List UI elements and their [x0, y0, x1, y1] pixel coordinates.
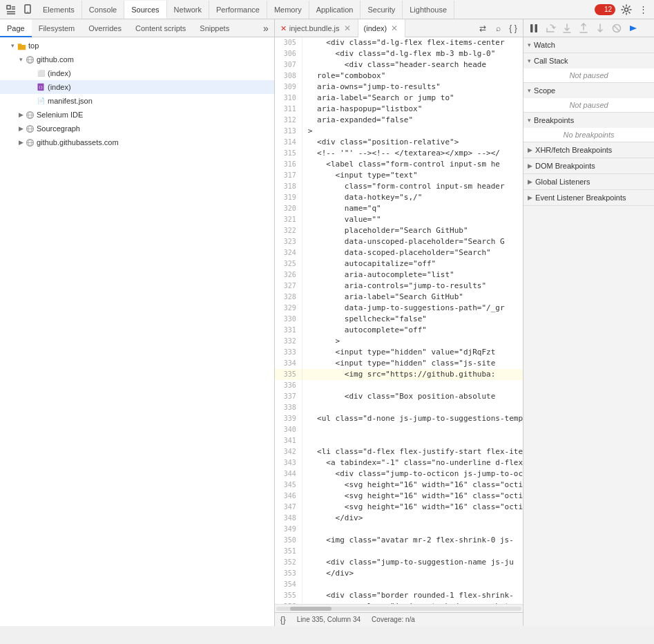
- tab-network[interactable]: Network: [167, 1, 209, 19]
- line-content[interactable]: aria-owns="jump-to-results": [302, 82, 441, 93]
- line-content[interactable]: data-jump-to-suggestions-path="/_gr: [302, 303, 505, 314]
- search-in-file-button[interactable]: ⌕: [491, 21, 505, 35]
- pause-resume-button[interactable]: [526, 21, 541, 36]
- line-content[interactable]: <img class="avatar mr-2 flex-shrink-0 js…: [302, 535, 514, 546]
- line-content[interactable]: <input type="hidden" value="djRqFzt: [302, 347, 496, 358]
- line-content[interactable]: aria-label="Search or jump to": [302, 93, 454, 104]
- step-into-button[interactable]: [559, 21, 575, 36]
- line-content[interactable]: <img src="https://github.githuba:: [302, 369, 496, 380]
- line-content[interactable]: placeholder="Search GitHub": [302, 225, 468, 236]
- tree-item-github-assets[interactable]: ▶ github.githubassets.com: [0, 135, 274, 149]
- watch-section-header[interactable]: ▾ Watch: [523, 37, 654, 53]
- tree-item-index-1[interactable]: ⬜ (index): [0, 66, 274, 80]
- line-content[interactable]: <label class="form-control input-sm he: [302, 159, 500, 170]
- editor-tab-index[interactable]: (index) ✕: [358, 19, 406, 37]
- error-count-badge[interactable]: ● 12: [595, 4, 615, 15]
- settings-button[interactable]: [618, 1, 635, 18]
- scrollbar-track[interactable]: [276, 607, 521, 611]
- more-options-button[interactable]: ⋮: [635, 1, 651, 18]
- line-content[interactable]: data-scoped-placeholder="Search": [302, 247, 491, 258]
- line-content[interactable]: <svg height="16" width="16" class="octi: [302, 480, 523, 491]
- line-content[interactable]: [302, 546, 308, 557]
- tab-application[interactable]: Application: [309, 1, 361, 19]
- inspect-element-button[interactable]: [3, 1, 19, 18]
- dom-breakpoints-header[interactable]: ▶ DOM Breakpoints: [523, 158, 654, 173]
- horizontal-scrollbar[interactable]: [275, 604, 523, 612]
- sync-button[interactable]: ⇄: [476, 21, 490, 35]
- line-content[interactable]: aria-label="Search GitHub": [302, 292, 463, 303]
- line-content[interactable]: role="combobox": [302, 70, 386, 82]
- step-over-button[interactable]: [543, 21, 558, 36]
- line-content[interactable]: <div class="d-lg-flex flex-items-center: [302, 37, 505, 48]
- tab-elements[interactable]: Elements: [36, 1, 82, 19]
- breakpoints-section-header[interactable]: ▾ Breakpoints: [523, 113, 654, 128]
- global-listeners-header[interactable]: ▶ Global Listeners: [523, 174, 654, 189]
- tree-item-sourcegraph[interactable]: ▶ Sourcegraph: [0, 122, 274, 135]
- xhr-breakpoints-header[interactable]: ▶ XHR/fetch Breakpoints: [523, 142, 654, 158]
- step-out-button[interactable]: [576, 21, 591, 36]
- tab-memory[interactable]: Memory: [267, 1, 309, 19]
- line-content[interactable]: class="form-control input-sm header: [302, 181, 505, 192]
- call-stack-section-header[interactable]: ▾ Call Stack: [523, 53, 654, 68]
- line-content[interactable]: autocapitalize="off": [302, 258, 436, 269]
- event-listener-header[interactable]: ▶ Event Listener Breakpoints: [523, 190, 654, 205]
- line-content[interactable]: [302, 579, 308, 590]
- line-content[interactable]: </div>: [302, 513, 363, 524]
- tree-item-manifest[interactable]: 📄 manifest.json: [0, 94, 274, 108]
- code-scroll-area[interactable]: 305 <div class="d-lg-flex flex-items-cen…: [275, 37, 523, 604]
- line-content[interactable]: data-unscoped-placeholder="Search G: [302, 236, 505, 247]
- line-content[interactable]: <input type="hidden" class="js-site: [302, 358, 496, 369]
- record-button[interactable]: [626, 21, 641, 36]
- line-content[interactable]: autocomplete="off": [302, 325, 427, 336]
- tab-security[interactable]: Security: [360, 1, 403, 19]
- line-content[interactable]: >: [302, 336, 340, 347]
- line-content[interactable]: <li class="d-flex flex-justify-start fle…: [302, 446, 523, 457]
- line-content[interactable]: </div>: [302, 568, 354, 579]
- line-content[interactable]: [302, 380, 308, 391]
- line-content[interactable]: aria-controls="jump-to-results": [302, 281, 486, 292]
- line-content[interactable]: <div class="d-lg-flex mb-3 mb-lg-0": [302, 48, 496, 59]
- line-content[interactable]: <input type="text": [302, 170, 418, 181]
- line-content[interactable]: aria-expanded="false": [302, 115, 413, 126]
- tab-performance[interactable]: Performance: [209, 1, 267, 19]
- editor-tab-index-close[interactable]: ✕: [389, 23, 399, 33]
- format-button[interactable]: {}: [280, 615, 286, 625]
- pretty-print-button[interactable]: { }: [506, 21, 520, 35]
- line-content[interactable]: <div class="jump-to-suggestion-name js-j…: [302, 557, 514, 568]
- editor-tab-inject[interactable]: ✕ inject.bundle.js ✕: [275, 19, 358, 37]
- scope-section-header[interactable]: ▾ Scope: [523, 83, 654, 98]
- line-content[interactable]: >: [302, 126, 313, 137]
- tree-item-top[interactable]: ▾ top: [0, 39, 274, 53]
- line-content[interactable]: [302, 402, 308, 413]
- step-button[interactable]: [593, 21, 608, 36]
- line-content[interactable]: <!-- '"' --><!-- </textarea></xmp> --></: [302, 148, 500, 159]
- line-content[interactable]: <svg height="16" width="16" class="octi: [302, 502, 523, 513]
- line-content[interactable]: <div class="position-relative">: [302, 137, 459, 148]
- subtab-overrides[interactable]: Overrides: [81, 19, 128, 37]
- scrollbar-thumb[interactable]: [290, 607, 331, 611]
- line-content[interactable]: [302, 435, 308, 446]
- deactivate-breakpoints-button[interactable]: [609, 21, 624, 36]
- line-content[interactable]: <div class="jump-to-octicon js-jump-to-o…: [302, 468, 523, 480]
- subtab-snippets[interactable]: Snippets: [193, 19, 236, 37]
- subtabs-more-button[interactable]: »: [258, 20, 274, 37]
- line-content[interactable]: spellcheck="false": [302, 314, 427, 325]
- line-content[interactable]: <ul class="d-none js-jump-to-suggestions…: [302, 413, 523, 424]
- line-content[interactable]: aria-autocomplete="list": [302, 269, 454, 281]
- tab-lighthouse[interactable]: Lighthouse: [403, 1, 454, 19]
- line-content[interactable]: [302, 424, 308, 435]
- line-content[interactable]: aria-haspopup="listbox": [302, 104, 423, 115]
- device-toggle-button[interactable]: [19, 1, 36, 18]
- line-content[interactable]: <svg height="16" width="16" class="octi: [302, 491, 523, 502]
- line-content[interactable]: data-hotkey="s,/": [302, 192, 423, 203]
- tree-item-github-com[interactable]: ▾ github.com: [0, 53, 274, 66]
- line-content[interactable]: [302, 524, 308, 535]
- tree-item-selenium[interactable]: ▶ Selenium IDE: [0, 108, 274, 122]
- editor-tab-inject-close[interactable]: ✕: [343, 23, 352, 33]
- subtab-page[interactable]: Page: [0, 19, 32, 37]
- line-content[interactable]: value="": [302, 214, 381, 225]
- tab-console[interactable]: Console: [82, 1, 124, 19]
- subtab-content-scripts[interactable]: Content scripts: [128, 19, 193, 37]
- subtab-filesystem[interactable]: Filesystem: [32, 19, 82, 37]
- line-content[interactable]: <div class="header-search heade: [302, 59, 486, 70]
